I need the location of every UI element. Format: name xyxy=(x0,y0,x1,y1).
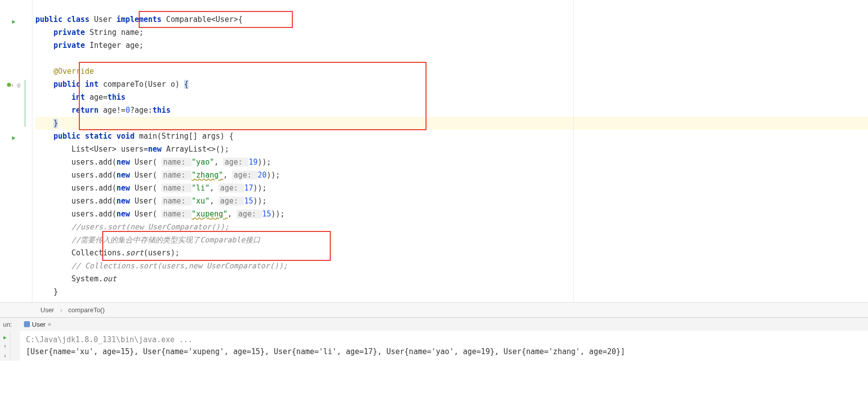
application-icon xyxy=(24,321,30,327)
breadcrumb-item[interactable]: compareTo() xyxy=(65,306,108,314)
code-line[interactable]: // Collections.sort(users,new UserCompar… xyxy=(35,259,868,272)
run-tab-label: User xyxy=(32,321,45,328)
code-line[interactable]: @Override xyxy=(35,65,868,78)
code-line[interactable]: int age=this xyxy=(35,91,868,104)
up-button[interactable]: ↑ xyxy=(1,343,8,350)
run-toolbar: ▶ ↑ ↓ xyxy=(0,331,10,361)
down-button[interactable]: ↓ xyxy=(1,352,8,359)
breadcrumb-item[interactable]: User xyxy=(37,306,57,314)
code-line[interactable]: public static void main(String[] args) { xyxy=(35,130,868,143)
close-icon[interactable]: × xyxy=(47,321,51,328)
chevron-right-icon: › xyxy=(57,306,65,314)
code-area[interactable]: public class User implements Comparable<… xyxy=(32,0,868,302)
code-line[interactable]: return age!=0?age:this xyxy=(35,104,868,117)
code-line[interactable]: } xyxy=(35,285,868,298)
code-line[interactable]: public int compareTo(User o) { xyxy=(35,78,868,91)
code-line[interactable]: } xyxy=(35,117,868,130)
console-output[interactable]: C:\Java\jdk1.8.0_131\bin\java.exe ... [U… xyxy=(20,331,868,361)
run-gutter-icon[interactable]: ▶ xyxy=(12,134,15,141)
code-line[interactable]: //需要传入的集合中存储的类型实现了Comparable接口 xyxy=(35,233,868,246)
code-line[interactable]: users.add(new User( name: "xu", age: 15)… xyxy=(35,195,868,207)
code-line[interactable]: //users.sort(new UserComparator()); xyxy=(35,220,868,233)
vcs-change-marker xyxy=(24,80,26,127)
code-line[interactable] xyxy=(35,52,868,65)
console-line: [User{name='xu', age=15}, User{name='xup… xyxy=(26,346,862,358)
run-gutter-icon[interactable]: ▶ xyxy=(12,18,15,25)
code-line[interactable]: private String name; xyxy=(35,26,868,39)
code-line[interactable] xyxy=(35,0,868,13)
run-tab[interactable]: User × xyxy=(21,320,54,329)
rerun-button[interactable]: ▶ xyxy=(1,334,8,341)
run-tabs: un: User × xyxy=(0,318,868,331)
code-line[interactable]: System.out xyxy=(35,272,868,285)
code-line[interactable]: public class User implements Comparable<… xyxy=(35,13,868,26)
code-line[interactable]: users.add(new User( name: "zhang", age: … xyxy=(35,169,868,182)
right-margin-ruler xyxy=(573,0,574,302)
code-line[interactable]: List<User> users=new ArrayList<>(); xyxy=(35,143,868,156)
code-editor[interactable]: ▶ ▶ ↑ @ public class User implements Com… xyxy=(0,0,868,302)
code-line[interactable]: Collections.sort(users); xyxy=(35,246,868,259)
run-panel: un: User × ▶ ↑ ↓ C:\Java\jdk1.8.0_131\bi… xyxy=(0,317,868,361)
run-toolbar-2 xyxy=(10,331,20,361)
override-gutter-icon[interactable]: ↑ @ xyxy=(7,82,20,88)
code-line[interactable]: users.add(new User( name: "li", age: 17)… xyxy=(35,182,868,195)
code-line[interactable]: users.add(new User( name: "xupeng", age:… xyxy=(35,207,868,220)
breadcrumb[interactable]: User › compareTo() xyxy=(0,302,868,317)
console-line: C:\Java\jdk1.8.0_131\bin\java.exe ... xyxy=(26,334,862,346)
gutter: ▶ ▶ ↑ @ xyxy=(0,0,32,302)
code-line[interactable]: users.add(new User( name: "yao", age: 19… xyxy=(35,156,868,169)
code-line[interactable]: private Integer age; xyxy=(35,39,868,52)
run-panel-label: un: xyxy=(0,320,15,329)
